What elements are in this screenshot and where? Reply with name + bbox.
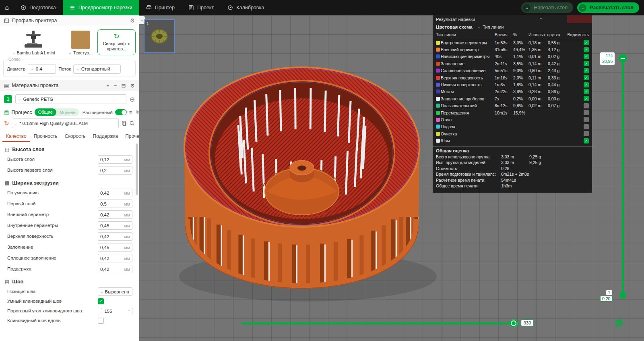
param-section-header: ▤Шов [0,274,139,286]
line-type-row[interactable]: Мосты2m22s3,8%0,28 m0,86 g✓ [433,88,592,95]
process-preset-select[interactable]: ⌄ * 0.12mm High Quality @BBL A1M [12,119,119,128]
printer-settings-gear-icon[interactable]: ⚙ [130,17,135,24]
param-row: Первый слой0,5мм [0,198,139,209]
color-scheme-select[interactable]: ⌄ Тип линии [477,25,504,29]
param-spinner[interactable]: ⌃⌄155° [98,307,132,315]
process-tab-3[interactable]: Скорость [61,131,89,142]
plate-type-card[interactable]: ⌄ Текстур... [67,29,95,55]
process-tune-icon[interactable]: % [136,109,139,115]
layer-slider-top-badge: 174 20,96 [600,52,615,65]
process-list-icon[interactable]: ≡ [129,109,132,115]
param-select[interactable]: ⌄Выровненн… [98,287,132,296]
print-plate-button[interactable]: Распечатать стол [586,5,639,10]
visibility-checkbox[interactable] [584,110,589,115]
process-scope-toggle[interactable]: Общие Модели [35,108,79,116]
visibility-checkbox[interactable]: ✓ [584,82,589,87]
visibility-checkbox[interactable]: ✓ [584,47,589,52]
slice-plate-button[interactable]: Нарезать стол [530,5,573,10]
process-tab-4[interactable]: Поддержка [89,131,122,142]
line-type-row[interactable]: Нависающие периметры40s1,1%0,01 m0,02 g✓ [433,53,592,60]
param-input[interactable]: 0,12мм [98,155,132,164]
layer-slider-track[interactable] [622,57,624,294]
param-checkbox[interactable]: ✓ [98,298,104,304]
spinner-arrows[interactable]: ⌃⌄ [100,308,102,314]
line-type-row[interactable]: Очистка [433,130,592,137]
visibility-checkbox[interactable] [584,124,589,129]
visibility-checkbox[interactable]: ✓ [584,96,589,101]
save-preset-icon[interactable] [121,121,127,126]
layers-view-button[interactable] [614,318,624,328]
plate-thumbnail[interactable]: 1 [144,19,175,53]
printer-select[interactable]: ⌄ Bambu Lab A1 mini [12,50,55,55]
line-type-row[interactable]: Нижняя поверхность1m6s1,8%0,14 m0,44 g✓ [433,81,592,88]
visibility-checkbox[interactable] [584,103,589,108]
layer-slider-bottom-handle[interactable] [619,292,626,299]
line-type-row[interactable]: Заполнение пробелов7s0,2%0,00 m0,00 g✓ [433,95,592,102]
layer-slider-top-handle[interactable] [619,54,627,62]
scope-objects[interactable]: Модели [56,110,79,115]
line-type-row[interactable]: Швы✓ [433,137,592,144]
advanced-toggle[interactable] [115,109,127,115]
sync-label: Синхр. инф. с принтер... [99,41,134,52]
line-type-row[interactable]: Верхняя поверхность1m16s2,0%0,11 m0,33 g… [433,74,592,81]
home-button[interactable]: ⌂ [0,0,14,15]
scope-global[interactable]: Общие [35,108,56,116]
visibility-checkbox[interactable]: ✓ [584,89,589,94]
visibility-checkbox[interactable]: ✓ [584,40,589,45]
filament-edit-icon[interactable]: ⊖ [130,96,135,103]
param-input[interactable]: 0,5мм [98,200,132,208]
param-input[interactable]: 0,42мм [98,265,132,273]
process-tab-1[interactable]: Качество [2,131,30,142]
param-input[interactable]: 0,45мм [98,243,132,252]
move-slider-handle[interactable] [510,319,518,327]
visibility-checkbox[interactable]: ✓ [584,75,589,80]
params-scrollbar[interactable] [136,143,138,195]
visibility-checkbox[interactable]: ✓ [584,138,589,143]
topbar-tab-4[interactable]: Проект [182,0,221,15]
line-type-row[interactable]: Перемещения10m1s15,9% [433,109,592,116]
top-layer-number: 174 [602,53,613,59]
remove-filament-button[interactable]: − [114,83,117,89]
param-checkbox[interactable] [98,318,104,324]
line-type-row[interactable]: Внутренние периметры1m53s3,0%0,18 m0,55 … [433,39,592,46]
panel-collapse-chevron-icon[interactable]: ⌃ [539,17,543,22]
filament-select[interactable]: ⌄ Generic PETG [15,94,126,104]
visibility-checkbox[interactable]: ✓ [584,61,589,66]
line-type-row[interactable]: Подача [433,123,592,130]
move-slider-track[interactable] [242,322,519,324]
topbar-tab-3[interactable]: Принтер [139,0,182,15]
filament-table-icon[interactable]: ⊟ [121,83,126,89]
param-input[interactable]: 0,2мм [98,166,132,175]
search-preset-icon[interactable] [129,121,135,126]
topbar-tab-5[interactable]: Калибровка [221,0,271,15]
topbar-tab-2[interactable]: Предпросмотр нарезки [63,0,139,15]
slice-dropdown-caret-icon[interactable]: ⌄ [523,4,530,12]
add-filament-button[interactable]: + [106,83,109,89]
line-type-row[interactable]: Внешний периметр31m9s49,4%1,35 m4,12 g✓ [433,46,592,53]
printer-card[interactable]: ⌄ Bambu Lab A1 mini [3,29,64,55]
topbar-tab-1[interactable]: Подготовка [14,0,63,15]
param-input[interactable]: 0,45мм [98,221,132,230]
visibility-checkbox[interactable] [584,117,589,122]
print-dropdown-caret-icon[interactable]: ⌄ [579,4,586,12]
visibility-checkbox[interactable]: ✓ [584,54,589,59]
visibility-checkbox[interactable] [584,131,589,136]
line-type-row[interactable]: Сплошное заполнение5m51s9,3%0,80 m2,43 g… [433,67,592,74]
param-input[interactable]: 0,42мм [98,210,132,219]
process-tab-5[interactable]: Прочее [122,131,139,142]
preset-refresh-icon[interactable]: ↻ [4,120,9,127]
sync-printer-button[interactable]: ↻ Синхр. инф. с принтер... [97,29,136,55]
plate-type-select[interactable]: ⌄ Текстур... [68,50,93,55]
param-input[interactable]: 0,42мм [98,254,132,262]
line-type-row[interactable]: Откат [433,116,592,123]
visibility-checkbox[interactable]: ✓ [584,68,589,73]
diameter-select[interactable]: ⌄ 0.4 [28,64,56,74]
line-type-row[interactable]: Пользовательский6m12s9,8%0,02 m0,07 g [433,102,592,109]
materials-gear-icon[interactable]: ⚙ [130,83,135,89]
flow-select[interactable]: ⌄ Стандартный [73,64,121,74]
process-tab-2[interactable]: Прочность [30,131,61,142]
line-type-row[interactable]: Заполнение2m11s3,5%0,14 m0,42 g✓ [433,60,592,67]
param-input[interactable]: 0,42мм [98,189,132,197]
line-type-color-swatch [436,111,440,115]
param-input[interactable]: 0,42мм [98,232,132,241]
